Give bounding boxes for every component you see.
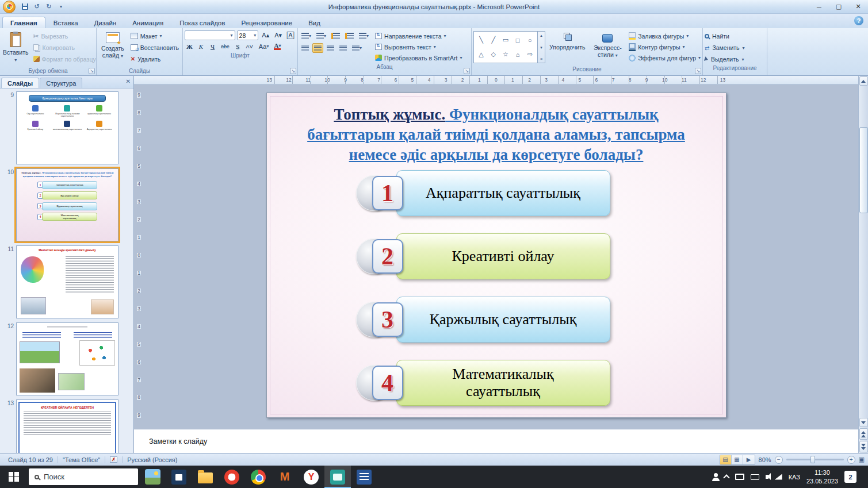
slide-list-item[interactable]: 1 Ақпараттық сауаттылық <box>356 170 610 217</box>
zoom-level[interactable]: 80% <box>759 456 771 463</box>
thumbnail-preview[interactable]: Мектептегі кезеңде креативтілікті дамыту <box>16 245 118 318</box>
tab-slides[interactable]: Слайды <box>1 78 39 88</box>
numbering-button[interactable]: ▾ <box>315 31 328 41</box>
slide-thumbnail-10[interactable]: 10 Топтық жұмыс. Функционалдық сауаттылы… <box>3 168 133 241</box>
help-icon[interactable]: ? <box>854 16 863 25</box>
decrease-indent-button[interactable] <box>330 31 342 41</box>
slide-list-item[interactable]: 4 Математикалық сауаттылық <box>356 359 610 406</box>
slide-thumbnail-13[interactable]: 13 КРЕАТИВТІ ОЙЛАУҒА НЕГІЗДЕЛГЕН <box>3 399 133 453</box>
increase-indent-button[interactable] <box>343 31 355 41</box>
slide-thumbnail-11[interactable]: 11 Мектептегі кезеңде креативтілікті дам… <box>3 245 133 318</box>
slide-list-item[interactable]: 3 Қаржылық сауаттылық <box>356 296 610 343</box>
save-button[interactable] <box>20 2 29 11</box>
capture-app[interactable] <box>324 466 351 488</box>
fit-to-window-button[interactable]: ▣ <box>859 456 865 463</box>
columns-button[interactable]: ▾ <box>350 43 364 53</box>
explorer-app[interactable] <box>192 466 219 488</box>
maximize-button[interactable]: ▢ <box>829 0 848 13</box>
dialog-launcher-icon[interactable]: ↘ <box>464 68 470 74</box>
display-icon[interactable] <box>735 474 744 480</box>
scrollbar-track[interactable] <box>859 87 868 417</box>
line-spacing-button[interactable]: ▾ <box>357 31 370 41</box>
redo-button[interactable]: ↻ <box>44 2 53 11</box>
font-color-button[interactable]: А▾ <box>272 41 282 51</box>
replace-button[interactable]: ⇄Заменить▾ <box>705 43 765 52</box>
slide-sorter-button[interactable]: ▦ <box>732 455 743 464</box>
shapes-scrollbar[interactable]: ▴▾≡ <box>538 31 545 63</box>
slideshow-button[interactable]: ▶ <box>743 455 755 464</box>
ribbon-tab[interactable]: Главная <box>2 17 45 28</box>
align-right-button[interactable] <box>325 43 336 53</box>
find-button[interactable]: Найти <box>705 32 765 41</box>
delete-slide-button[interactable]: ✕Удалить <box>129 54 181 64</box>
smartart-convert-button[interactable]: Преобразовать в SmartArt▾ <box>375 53 462 63</box>
notes-pane[interactable]: Заметки к слайду <box>134 429 858 453</box>
new-slide-button[interactable]: Создать слайд ▾ <box>98 29 127 65</box>
arrange-button[interactable]: Упорядочить <box>548 29 586 65</box>
minimize-button[interactable]: ─ <box>809 0 829 13</box>
align-left-button[interactable] <box>300 43 311 53</box>
bold-button[interactable]: Ж <box>185 41 194 51</box>
mail-app[interactable]: M <box>272 466 298 488</box>
taskbar-search[interactable]: Поиск <box>29 468 138 485</box>
widgets-app[interactable] <box>139 466 166 488</box>
spellcheck-status[interactable]: ✗ <box>105 456 123 463</box>
reset-button[interactable]: Восстановить <box>129 43 181 52</box>
shapes-gallery[interactable]: ╲╱▭□○ △◇☆⌂⇨ ▴▾≡ <box>473 31 545 63</box>
scrollbar-thumb[interactable] <box>859 127 868 213</box>
zoom-slider[interactable] <box>786 459 844 460</box>
slide-10-editing-area[interactable]: Топтық жұмыс. Функционалдық сауаттылық б… <box>266 93 726 418</box>
ribbon-tab[interactable]: Анимация <box>124 17 171 28</box>
notification-badge[interactable]: 2 <box>844 471 856 483</box>
qat-dropdown-icon[interactable]: ▾ <box>56 2 66 11</box>
zoom-out-button[interactable]: − <box>775 456 783 464</box>
word-app[interactable] <box>351 466 377 488</box>
chevron-up-icon[interactable] <box>723 474 729 481</box>
grow-font-button[interactable]: A▴ <box>260 30 271 40</box>
align-text-button[interactable]: Выровнять текст▾ <box>375 42 462 52</box>
font-name-combo[interactable]: ▾ <box>185 30 235 40</box>
justify-button[interactable] <box>338 43 349 53</box>
theme-name[interactable]: "Тема Office" <box>58 456 105 463</box>
strikethrough-button[interactable]: abc <box>219 41 231 51</box>
dialog-launcher-icon[interactable]: ↘ <box>290 68 296 74</box>
yandex-app[interactable]: Y <box>298 466 324 488</box>
text-shadow-button[interactable]: S <box>233 41 243 51</box>
office-button[interactable] <box>3 1 16 13</box>
dialog-launcher-icon[interactable]: ↘ <box>695 68 701 74</box>
quick-styles-button[interactable]: Экспресс-стили ▾ <box>589 29 626 65</box>
cut-button[interactable]: ✂Вырезать <box>32 31 98 41</box>
zoom-slider-thumb[interactable] <box>810 456 815 463</box>
scroll-up-icon[interactable] <box>859 76 868 86</box>
normal-view-button[interactable]: ▤ <box>720 455 732 464</box>
dialog-launcher-icon[interactable]: ↘ <box>89 68 95 74</box>
close-panel-icon[interactable]: ✕ <box>126 78 131 84</box>
shrink-font-button[interactable]: A▾ <box>273 30 284 40</box>
shape-effects-button[interactable]: Эффекты для фигур▾ <box>629 53 701 63</box>
tab-outline[interactable]: Структура <box>40 78 82 88</box>
close-button[interactable]: ✕ <box>848 0 868 13</box>
language-indicator[interactable]: КАЗ <box>789 474 800 481</box>
shape-fill-button[interactable]: Заливка фигуры▾ <box>629 31 701 41</box>
shape-outline-button[interactable]: Контур фигуры▾ <box>629 42 701 52</box>
slide-list-item[interactable]: 2 Креативті ойлау <box>356 233 610 280</box>
ribbon-tab[interactable]: Рецензирование <box>233 17 300 28</box>
people-icon[interactable] <box>714 473 718 477</box>
horizontal-ruler[interactable]: 13121110987654321012345678910111213 <box>134 76 858 84</box>
align-center-button[interactable] <box>312 43 323 53</box>
change-case-button[interactable]: Аа▾ <box>257 41 271 51</box>
keyboard-icon[interactable] <box>751 474 759 480</box>
chrome-app[interactable] <box>245 466 272 488</box>
scroll-down-icon[interactable] <box>859 418 868 427</box>
thumbnail-preview[interactable]: Функционалдық сауаттылық бағыттары Оқу с… <box>16 91 118 164</box>
font-size-combo[interactable]: 28▾ <box>237 30 259 40</box>
text-direction-button[interactable]: Направление текста▾ <box>375 31 462 41</box>
underline-button[interactable]: Ч <box>208 41 217 51</box>
slide-title[interactable]: Топтық жұмыс. Функционалдық сауаттылық б… <box>289 105 702 165</box>
select-button[interactable]: Выделить▾ <box>705 55 765 64</box>
thumbnail-preview[interactable]: КРЕАТИВТІ ОЙЛАУҒА НЕГІЗДЕЛГЕН <box>16 399 118 453</box>
ribbon-tab[interactable]: Дизайн <box>86 17 125 28</box>
slide-thumbnail-9[interactable]: 9 Функционалдық сауаттылық бағыттары Оқу… <box>3 91 133 164</box>
zoom-in-button[interactable]: + <box>847 456 855 464</box>
paste-button[interactable]: Вставить ▾ <box>2 29 30 65</box>
